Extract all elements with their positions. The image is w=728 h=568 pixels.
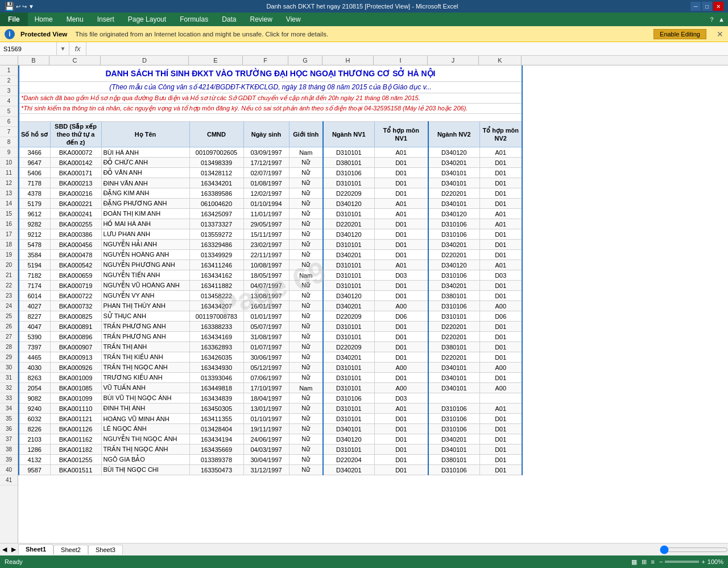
cell-21-7[interactable]: A01	[374, 260, 428, 270]
cell-39-7[interactable]: D01	[374, 444, 428, 455]
cell-22-4[interactable]: 18/05/1997	[243, 270, 289, 281]
cell-35-8[interactable]: D310106	[428, 404, 479, 414]
cell-34-1[interactable]: BKA001099	[50, 393, 101, 404]
cell-27-6[interactable]: D310101	[323, 322, 374, 332]
cell-12-4[interactable]: 02/07/1997	[243, 168, 289, 178]
cell-16-4[interactable]: 11/01/1997	[243, 209, 289, 219]
cell-12-6[interactable]: D310106	[323, 168, 374, 178]
cell-11-1[interactable]: BKA000142	[50, 158, 101, 168]
cell-27-0[interactable]: 4047	[19, 322, 50, 332]
view-layout-icon[interactable]: ⊞	[642, 558, 647, 566]
cell-19-5[interactable]: Nữ	[289, 240, 323, 250]
col-header-i[interactable]: I	[374, 56, 428, 65]
cell-14-7[interactable]: D01	[374, 188, 428, 199]
cell-10-7[interactable]: A01	[374, 147, 428, 158]
cell-30-1[interactable]: BKA000913	[50, 352, 101, 363]
home-menu[interactable]: Home	[28, 13, 60, 26]
cell-37-4[interactable]: 19/11/1997	[243, 424, 289, 434]
cell-14-8[interactable]: D220201	[428, 188, 479, 199]
cell-22-0[interactable]: 7182	[19, 270, 50, 281]
cell-39-4[interactable]: 04/03/1997	[243, 444, 289, 455]
cell-20-9[interactable]: D01	[479, 250, 522, 260]
cell-28-4[interactable]: 31/08/1997	[243, 332, 289, 342]
cell-30-6[interactable]: D340201	[323, 352, 374, 363]
col-header-e[interactable]: E	[189, 56, 243, 65]
cell-37-2[interactable]: LÊ NGỌC ÁNH	[101, 424, 189, 434]
help-icon[interactable]: ？	[709, 15, 715, 24]
cell-25-4[interactable]: 16/01/1997	[243, 301, 289, 311]
cell-17-2[interactable]: HỒ MAI HÀ ANH	[101, 219, 189, 229]
col-header-g[interactable]: G	[288, 56, 322, 65]
minimize-button[interactable]: ─	[690, 2, 701, 11]
cell-39-0[interactable]: 1286	[19, 444, 50, 455]
restore-button[interactable]: □	[702, 2, 712, 11]
cell-13-2[interactable]: ĐINH VĂN ANH	[101, 178, 189, 188]
cell-24-4[interactable]: 13/08/1997	[243, 291, 289, 301]
cell-40-8[interactable]: D380101	[428, 455, 479, 465]
cell-21-8[interactable]: D340120	[428, 260, 479, 270]
cell-19-6[interactable]: D310101	[323, 240, 374, 250]
cell-27-4[interactable]: 05/07/1997	[243, 322, 289, 332]
cell-26-9[interactable]: D06	[479, 311, 522, 322]
formula-expand-icon[interactable]: ▼	[57, 42, 69, 55]
cell-34-9[interactable]	[479, 393, 522, 404]
cell-21-5[interactable]: Nữ	[289, 260, 323, 270]
cell-36-1[interactable]: BKA001121	[50, 414, 101, 424]
cell-24-8[interactable]: D380101	[428, 291, 479, 301]
cell-32-8[interactable]: D340101	[428, 373, 479, 383]
cell-30-9[interactable]: D01	[479, 352, 522, 363]
cell-28-7[interactable]: D01	[374, 332, 428, 342]
cell-25-0[interactable]: 4027	[19, 301, 50, 311]
cell-12-2[interactable]: ĐỖ VĂN ANH	[101, 168, 189, 178]
cell-40-5[interactable]: Nữ	[289, 455, 323, 465]
cell-24-1[interactable]: BKA000722	[50, 291, 101, 301]
cell-14-1[interactable]: BKA000216	[50, 188, 101, 199]
cell-26-6[interactable]: D220209	[323, 311, 374, 322]
cell-16-2[interactable]: ĐOÀN THỊ KIM ANH	[101, 209, 189, 219]
cell-18-6[interactable]: D340120	[323, 229, 374, 240]
cell-28-2[interactable]: TRẦN PHƯƠNG ANH	[101, 332, 189, 342]
cell-33-1[interactable]: BKA001085	[50, 383, 101, 393]
cell-13-1[interactable]: BKA000213	[50, 178, 101, 188]
col-header-b[interactable]: B	[18, 56, 49, 65]
cell-23-1[interactable]: BKA000719	[50, 281, 101, 291]
protected-close-icon[interactable]: ✕	[717, 30, 723, 39]
cell-17-5[interactable]: Nữ	[289, 219, 323, 229]
cell-11-0[interactable]: 9647	[19, 158, 50, 168]
cell-21-3[interactable]: 163411246	[189, 260, 243, 270]
cell-39-1[interactable]: BKA001182	[50, 444, 101, 455]
cell-15-3[interactable]: 061004620	[189, 199, 243, 209]
col-header-d[interactable]: D	[101, 56, 189, 65]
cell-41-2[interactable]: BÙI THỊ NGỌC CHI	[101, 465, 189, 475]
cell-32-5[interactable]: Nữ	[289, 373, 323, 383]
cell-29-0[interactable]: 7397	[19, 342, 50, 352]
cell-11-9[interactable]: D01	[479, 158, 522, 168]
cell-17-9[interactable]: A01	[479, 219, 522, 229]
cell-16-5[interactable]: Nữ	[289, 209, 323, 219]
cell-19-0[interactable]: 5478	[19, 240, 50, 250]
data-menu[interactable]: Data	[215, 13, 243, 26]
cell-32-9[interactable]: D01	[479, 373, 522, 383]
view-pagebreak-icon[interactable]: ≡	[651, 558, 655, 565]
cell-11-7[interactable]: D01	[374, 158, 428, 168]
cell-24-6[interactable]: D340120	[323, 291, 374, 301]
cell-36-9[interactable]: D01	[479, 414, 522, 424]
cell-22-5[interactable]: Nam	[289, 270, 323, 281]
sheet-tab-sheet2[interactable]: Sheet2	[53, 545, 88, 554]
cell-16-3[interactable]: 163425097	[189, 209, 243, 219]
cell-33-5[interactable]: Nam	[289, 383, 323, 393]
cell-39-3[interactable]: 163435669	[189, 444, 243, 455]
cell-40-1[interactable]: BKA001255	[50, 455, 101, 465]
cell-26-0[interactable]: 8227	[19, 311, 50, 322]
cell-35-0[interactable]: 9240	[19, 404, 50, 414]
cell-39-6[interactable]: D310101	[323, 444, 374, 455]
cell-39-2[interactable]: TRẦN THỊ NGỌC ÁNH	[101, 444, 189, 455]
cell-33-7[interactable]: A00	[374, 383, 428, 393]
cell-17-3[interactable]: 013373327	[189, 219, 243, 229]
cell-14-4[interactable]: 12/02/1997	[243, 188, 289, 199]
cell-12-5[interactable]: Nữ	[289, 168, 323, 178]
cell-17-7[interactable]: D01	[374, 219, 428, 229]
cell-27-5[interactable]: Nữ	[289, 322, 323, 332]
cell-15-2[interactable]: ĐẶNG PHƯƠNG ANH	[101, 199, 189, 209]
cell-31-2[interactable]: TRẦN THỊ NGỌC ANH	[101, 363, 189, 373]
